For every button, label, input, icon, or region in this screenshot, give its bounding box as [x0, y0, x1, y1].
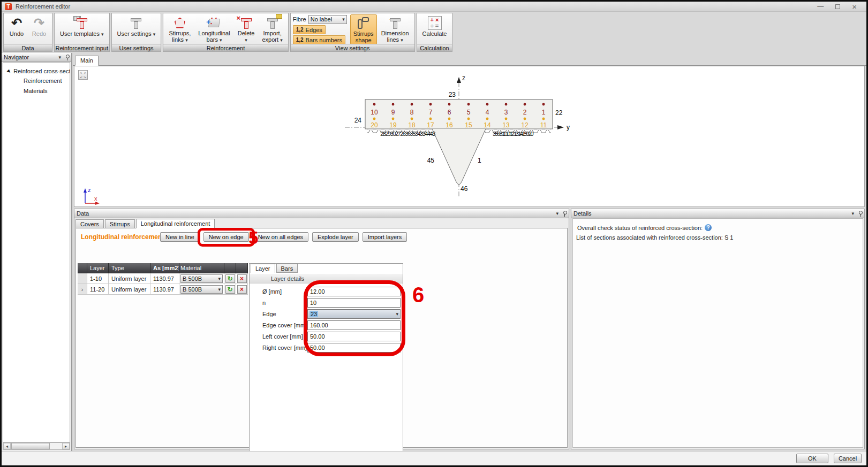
- section-title: Longitudinal reinforcement: [81, 233, 164, 241]
- diameter-input[interactable]: [307, 287, 401, 296]
- new-on-all-edges-button[interactable]: New on all edges: [253, 232, 308, 242]
- import-layers-button[interactable]: Import layers: [363, 232, 407, 242]
- dimension-lines-button[interactable]: ↔ Dimensionlines ▾: [378, 14, 412, 44]
- tree-item-materials[interactable]: Materials: [3, 86, 70, 96]
- delete-layer-button[interactable]: ×: [237, 285, 247, 294]
- table-row[interactable]: 1-10 Uniform layer 1130.97 B 500B ▾ ↻ ×: [78, 273, 248, 284]
- calculate-button[interactable]: + ×÷ = Calculate: [419, 14, 450, 44]
- help-icon[interactable]: ?: [705, 224, 712, 231]
- user-templates-icon: [76, 16, 88, 30]
- tab-stirrups[interactable]: Stirrups: [105, 219, 135, 228]
- stirrups-links-icon: +: [175, 18, 185, 28]
- expander-icon[interactable]: ▶: [6, 68, 12, 74]
- tab-longitudinal-reinforcement[interactable]: Longitudinal reinforcement: [136, 219, 215, 228]
- panel-menu-icon[interactable]: ▾: [851, 211, 854, 216]
- ribbon-group-reinforcement-input: User templates ▾ Reinforcement input: [54, 13, 110, 52]
- pin-icon[interactable]: [858, 211, 862, 217]
- svg-text:13: 13: [502, 121, 510, 129]
- tab-covers[interactable]: Covers: [76, 219, 104, 228]
- n-input[interactable]: [307, 298, 401, 308]
- dimension-lines-icon: ↔: [389, 16, 402, 30]
- undo-button[interactable]: ↶ Undo: [6, 14, 27, 44]
- scroll-right-icon[interactable]: ▸: [62, 443, 70, 449]
- row-selector-icon[interactable]: ›: [78, 284, 87, 295]
- minimize-icon[interactable]: —: [817, 3, 824, 10]
- footer-bar: OK Cancel: [2, 451, 866, 465]
- annotation-step5-number: 5: [248, 228, 258, 248]
- refresh-material-button[interactable]: ↻: [225, 274, 235, 283]
- window-title: Reinforcement editor: [16, 3, 70, 10]
- redo-button[interactable]: ↷ Redo: [28, 14, 50, 44]
- tree-item-reinforced-cross-section[interactable]: ▶ Reinforced cross-section: [3, 67, 70, 75]
- maximize-icon[interactable]: [835, 4, 840, 9]
- refresh-material-button[interactable]: ↻: [225, 285, 235, 294]
- field-edge-cover: Edge cover [mm]: [250, 320, 403, 330]
- origin-z-label: z: [88, 187, 91, 193]
- refresh-icon: ↻: [227, 286, 232, 293]
- subtab-layer[interactable]: Layer: [251, 264, 275, 273]
- y-axis-label: y: [567, 124, 570, 131]
- svg-text:12: 12: [521, 121, 529, 129]
- close-icon[interactable]: ×: [852, 2, 857, 11]
- explode-layer-button[interactable]: Explode layer: [312, 232, 359, 242]
- edge-dropdown[interactable]: 23 ▾: [307, 309, 401, 319]
- material-dropdown[interactable]: B 500B ▾: [180, 274, 223, 283]
- col-as: As [mm2]: [150, 263, 179, 273]
- tab-main[interactable]: Main: [75, 56, 99, 66]
- stirrups-shape-icon: [357, 16, 371, 30]
- svg-text:19: 19: [389, 121, 397, 129]
- origin-axes-icon: z x: [84, 187, 100, 205]
- origin-x-label: x: [94, 195, 97, 202]
- ok-button[interactable]: OK: [796, 454, 828, 463]
- user-templates-button[interactable]: User templates ▾: [57, 14, 107, 44]
- cross-section-drawing: z y 23 24 22 45 1 46: [74, 66, 866, 206]
- delete-button[interactable]: × Delete▾: [235, 14, 258, 44]
- edge-label-web-left: 45: [427, 157, 435, 164]
- field-left-cover: Left cover [mm]: [250, 332, 403, 341]
- cross-section-canvas[interactable]: ↖ ↗ ↙ ↘ z y: [74, 66, 865, 207]
- panel-menu-icon[interactable]: ▾: [58, 55, 61, 60]
- panel-menu-icon[interactable]: ▾: [556, 211, 558, 216]
- stirrups-shape-toggle[interactable]: Stirrupsshape: [350, 14, 377, 44]
- pin-icon[interactable]: [563, 211, 567, 217]
- edge-cover-input[interactable]: [307, 320, 401, 330]
- cancel-button[interactable]: Cancel: [834, 454, 862, 463]
- subtab-bars[interactable]: Bars: [276, 264, 298, 273]
- zoom-fit-button[interactable]: ↖ ↗ ↙ ↘: [78, 70, 88, 80]
- user-settings-icon: [130, 16, 142, 30]
- edge-label-left: 24: [354, 117, 362, 124]
- pin-icon[interactable]: [65, 55, 69, 60]
- delete-icon: ×: [240, 16, 253, 30]
- longitudinal-bars-button[interactable]: +• • • Longitudinalbars ▾: [195, 14, 233, 44]
- bars-numbers-toggle[interactable]: 1,2Bars numbers: [293, 35, 345, 44]
- edges-toggle[interactable]: 1,2Edges: [293, 25, 326, 34]
- svg-text:5: 5: [467, 109, 471, 116]
- fibre-dropdown[interactable]: No label ▾: [308, 15, 347, 24]
- import-export-icon: [266, 16, 279, 30]
- layer-details-panel: Layer Bars Layer details Ø [mm] n: [249, 263, 403, 464]
- right-cover-input[interactable]: [307, 343, 401, 353]
- stirrups-links-button[interactable]: + Stirrups,links ▾: [165, 14, 194, 44]
- chevron-down-icon: ▾: [185, 37, 188, 43]
- user-settings-button[interactable]: User settings ▾: [114, 14, 159, 44]
- ribbon-group-user-settings: User settings ▾ User settings: [111, 13, 162, 52]
- left-cover-input[interactable]: [307, 332, 401, 341]
- table-row-selected[interactable]: › 11-20 Uniform layer 1130.97 B 500B ▾ ↻…: [78, 284, 248, 295]
- import-export-button[interactable]: Import,export ▾: [259, 14, 285, 44]
- scroll-left-icon[interactable]: ◂: [3, 443, 11, 449]
- z-axis-arrow: [457, 77, 461, 83]
- svg-text:16: 16: [446, 121, 453, 129]
- new-on-edge-button[interactable]: New on edge: [203, 232, 249, 242]
- new-in-line-button[interactable]: New in line: [160, 232, 200, 242]
- delete-layer-button[interactable]: ×: [237, 274, 247, 283]
- material-dropdown[interactable]: B 500B ▾: [180, 285, 223, 294]
- svg-text:2: 2: [523, 109, 527, 116]
- scrollbar-thumb[interactable]: [11, 443, 50, 449]
- chevron-down-icon: ▾: [396, 311, 398, 317]
- redo-icon: ↷: [34, 17, 44, 29]
- tree-item-reinforcement[interactable]: Reinforcement: [3, 75, 70, 86]
- navigator-hscrollbar[interactable]: ◂ ▸: [3, 442, 70, 450]
- group-label-calculation: Calculation: [417, 44, 452, 51]
- longitudinal-bars-icon: +• • •: [208, 19, 220, 27]
- chevron-down-icon: ▾: [101, 32, 104, 37]
